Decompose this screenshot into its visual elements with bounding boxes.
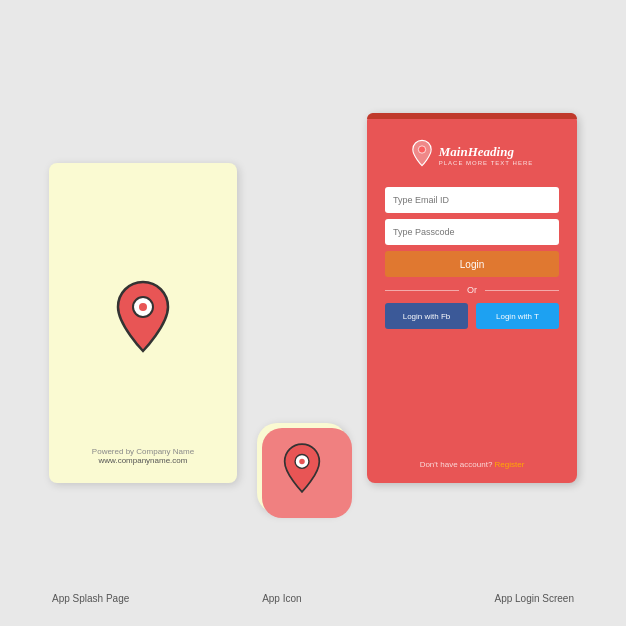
login-header-text: MainHeading PLACE MORE TEXT HERE	[439, 144, 533, 166]
sub-heading-text: PLACE MORE TEXT HERE	[439, 160, 533, 166]
splash-footer: Powered by Company Name www.companyname.…	[92, 447, 194, 465]
svg-point-1	[139, 303, 147, 311]
labels-row: App Splash Page App Icon App Login Scree…	[0, 593, 626, 604]
register-link[interactable]: Register	[495, 460, 525, 469]
divider-line-right	[485, 290, 559, 291]
login-label: App Login Screen	[494, 593, 574, 604]
svg-point-4	[418, 146, 425, 153]
splash-screen: Powered by Company Name www.companyname.…	[49, 163, 237, 483]
login-screen: MainHeading PLACE MORE TEXT HERE Login O…	[367, 113, 577, 483]
or-divider: Or	[385, 285, 559, 295]
app-icon-label: App Icon	[262, 593, 301, 604]
app-icon-container	[257, 423, 347, 513]
app-icon	[257, 423, 347, 513]
splash-map-pin	[113, 279, 173, 358]
social-buttons: Login with Fb Login with T	[385, 303, 559, 329]
divider-line-left	[385, 290, 459, 291]
login-button[interactable]: Login	[385, 251, 559, 277]
login-logo-icon	[411, 139, 433, 171]
login-fb-button[interactable]: Login with Fb	[385, 303, 468, 329]
main-heading: MainHeading	[439, 144, 533, 160]
or-text: Or	[467, 285, 477, 295]
login-twitter-button[interactable]: Login with T	[476, 303, 559, 329]
powered-by-text: Powered by Company Name	[92, 447, 194, 456]
website-text: www.companyname.com	[92, 456, 194, 465]
splash-label: App Splash Page	[52, 593, 129, 604]
passcode-input[interactable]	[385, 219, 559, 245]
main-container: Powered by Company Name www.companyname.…	[0, 83, 626, 543]
no-account-text: Don't have account?	[420, 460, 493, 469]
register-section: Don't have account? Register	[420, 460, 525, 469]
email-input[interactable]	[385, 187, 559, 213]
svg-point-3	[299, 459, 305, 465]
login-header: MainHeading PLACE MORE TEXT HERE	[411, 139, 533, 171]
